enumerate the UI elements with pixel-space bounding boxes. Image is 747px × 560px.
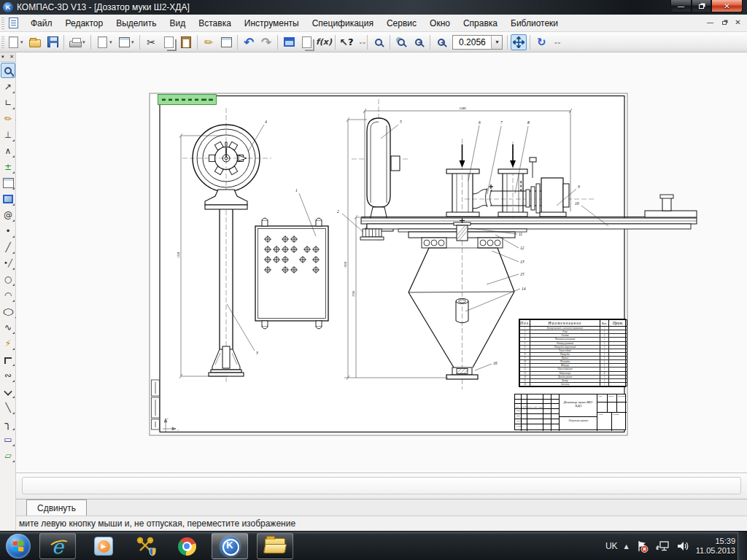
minimize-button[interactable]: —	[670, 0, 692, 12]
zoom-combobox[interactable]: ▼	[452, 35, 503, 50]
open-button[interactable]	[27, 34, 43, 50]
network-icon[interactable]	[655, 540, 670, 553]
menu-window[interactable]: Окно	[423, 16, 457, 31]
tool-plus-minus[interactable]: ±	[1, 159, 15, 174]
explorer-folder-icon	[265, 538, 285, 554]
tool-continuous-input[interactable]: ⚡	[1, 335, 15, 351]
restore-button[interactable]	[692, 0, 711, 12]
menu-editor[interactable]: Редактор	[59, 16, 110, 31]
format-brush-button[interactable]: ✎	[198, 31, 220, 53]
tool-point[interactable]: •	[1, 223, 15, 238]
tool-fillet[interactable]: ╮	[1, 416, 15, 431]
hidden-icons-button[interactable]: ▲	[624, 543, 629, 550]
zoom-value-input[interactable]	[453, 36, 491, 49]
tool-chamfer[interactable]	[1, 384, 15, 399]
menu-libraries[interactable]: Библиотеки	[504, 16, 565, 31]
close-button[interactable]: ✕	[711, 0, 743, 12]
zoom-area-button[interactable]	[371, 34, 387, 50]
zoom-current-button[interactable]: +	[433, 34, 449, 50]
taskbar-internet-explorer[interactable]: e	[39, 533, 76, 559]
cut-button[interactable]: ✂	[143, 34, 159, 50]
tool-shell[interactable]: @	[1, 207, 15, 222]
child-restore-button[interactable]	[718, 16, 730, 28]
menu-insert[interactable]: Вставка	[192, 16, 238, 31]
tool-rectangle[interactable]: ▭	[1, 432, 15, 447]
zoom-in-button[interactable]: +	[411, 34, 427, 50]
tool-arc[interactable]: ◠	[1, 287, 15, 303]
new-document-button[interactable]	[5, 34, 21, 50]
redo-button[interactable]: ↷	[258, 34, 274, 50]
tool-polyline[interactable]	[1, 351, 15, 367]
tool-segment-2[interactable]: •╱	[1, 255, 15, 271]
toolbar-header[interactable]: ▾✕	[0, 52, 15, 62]
preview-dropdown[interactable]: ▾	[109, 39, 115, 45]
tool-collect-contour[interactable]: ▱	[1, 448, 15, 463]
toolbar-overflow[interactable]: ⌄⌄	[358, 39, 365, 45]
tool-chamfer-2[interactable]: ╲	[1, 400, 15, 415]
tool-circle[interactable]: ○	[1, 271, 15, 287]
copy-button[interactable]	[160, 34, 177, 50]
geometry-toolbar: ▾✕ ↗ ∟ ✎ ⊥ ∧ ± @ • ╱ •╱ ○ ◠ ○ ∿ ⚡ ∾ ╲ ╮ …	[0, 52, 16, 531]
tool-segment[interactable]: ╱	[1, 239, 15, 254]
zoom-selection-button[interactable]	[393, 34, 409, 50]
taskbar-media-player[interactable]: ▶	[88, 533, 120, 559]
menu-tools[interactable]: Инструменты	[238, 16, 306, 31]
tool-bezier[interactable]: ∾	[1, 368, 15, 383]
child-minimize-button[interactable]: —	[704, 16, 716, 28]
print-button[interactable]	[67, 34, 83, 50]
insert-frame-button[interactable]	[116, 34, 132, 50]
paste-button[interactable]	[178, 34, 194, 50]
collapse-icon[interactable]: ▾	[1, 54, 4, 60]
menu-file[interactable]: Файл	[24, 16, 59, 31]
menu-specification[interactable]: Спецификация	[306, 16, 380, 31]
show-desktop-button[interactable]	[738, 532, 747, 560]
tool-grid-document[interactable]	[1, 175, 15, 190]
taskbar-keys-app[interactable]	[130, 533, 162, 559]
parts-header-pos: Поз.	[520, 320, 530, 327]
action-center-flag-icon[interactable]	[635, 540, 649, 553]
fx-button[interactable]: f(x)	[316, 34, 332, 50]
insert-dropdown[interactable]: ▾	[131, 39, 137, 45]
close-toolbar-icon[interactable]: ✕	[9, 54, 14, 60]
zoom-dropdown-button[interactable]: ▼	[491, 36, 502, 49]
tool-image[interactable]	[1, 191, 15, 206]
drawing-canvas[interactable]: x y	[16, 52, 747, 472]
menu-view[interactable]: Вид	[163, 16, 193, 31]
layers-button[interactable]	[298, 34, 314, 50]
taskbar: e ▶ UK ▲	[0, 531, 747, 560]
tool-compass[interactable]: ∧	[1, 143, 15, 158]
menu-service[interactable]: Сервис	[380, 16, 423, 31]
context-help-button[interactable]: ↖?	[338, 34, 355, 50]
pan-tab[interactable]: Сдвинуть	[26, 499, 87, 516]
taskbar-chrome[interactable]	[171, 533, 203, 559]
callout-2: 2	[337, 209, 339, 214]
menu-select[interactable]: Выделить	[109, 16, 163, 31]
pan-button[interactable]	[511, 34, 527, 50]
preview-page-icon	[98, 36, 107, 48]
tool-zoom-select[interactable]	[1, 63, 15, 78]
selected-stamp[interactable]	[158, 95, 217, 105]
window-title-bar[interactable]: КОМПАС-3D V13 - [Дозатор муки Ш2-ХДА] — …	[0, 0, 747, 15]
start-button[interactable]	[6, 534, 31, 559]
tool-perpendicular[interactable]: ⊥	[1, 127, 15, 142]
menu-help[interactable]: Справка	[457, 16, 504, 31]
volume-icon[interactable]	[676, 540, 689, 553]
callout-16: 16	[493, 361, 498, 365]
tool-curve[interactable]: ∿	[1, 319, 15, 335]
toolbar-overflow-2[interactable]: ⌄⌄	[553, 39, 560, 45]
undo-button[interactable]: ↶	[241, 34, 257, 50]
document-icon[interactable]	[9, 18, 18, 28]
clock[interactable]: 15:39 11.05.2013	[696, 537, 735, 556]
language-indicator[interactable]: UK	[605, 541, 618, 551]
specification-button[interactable]	[218, 34, 234, 50]
variables-window-button[interactable]	[281, 34, 297, 50]
print-dropdown[interactable]: ▾	[82, 39, 88, 45]
print-preview-button[interactable]	[94, 34, 110, 50]
new-dropdown[interactable]: ▾	[20, 39, 26, 45]
taskbar-explorer[interactable]	[257, 533, 293, 559]
refresh-view-button[interactable]: ↻	[533, 34, 549, 50]
taskbar-kompas[interactable]	[212, 533, 248, 559]
save-button[interactable]	[44, 34, 61, 50]
tool-measure[interactable]: ↗	[1, 79, 15, 94]
child-close-button[interactable]: ✕	[732, 16, 744, 28]
